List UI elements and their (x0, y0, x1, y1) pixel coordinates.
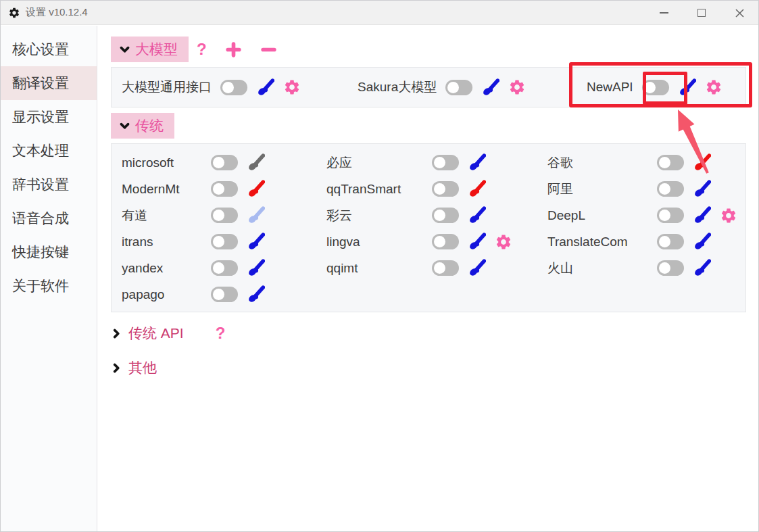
paintbrush-icon[interactable] (481, 78, 499, 97)
section-header-llm[interactable]: 大模型 (111, 37, 189, 62)
settings-window: 设置 v10.12.4 核心设置翻译设置显示设置文本处理辞书设置语音合成快捷按键… (0, 0, 759, 532)
minimize-button[interactable] (645, 1, 683, 25)
paintbrush-icon[interactable] (247, 153, 265, 172)
section-header-traditional-api[interactable]: 传统 API ? (111, 321, 225, 345)
paintbrush-icon[interactable] (468, 206, 486, 224)
chevron-right-icon (111, 362, 122, 374)
toggle-switch[interactable] (211, 181, 238, 197)
sidebar-item[interactable]: 文本处理 (1, 134, 97, 168)
llm-services-box: 大模型通用接口 Sakura大模型 NewAPI (111, 67, 746, 107)
sidebar-item[interactable]: 快捷按键 (1, 235, 97, 269)
toggle-knob (213, 157, 224, 168)
service-row: 彩云 (326, 202, 512, 228)
toggle-switch[interactable] (211, 234, 238, 249)
paintbrush-icon[interactable] (247, 233, 265, 251)
service-label: 大模型通用接口 (122, 78, 212, 96)
service-label: lingva (326, 235, 423, 249)
sidebar-item[interactable]: 翻译设置 (1, 66, 97, 100)
service-label: papago (122, 287, 202, 302)
toggle-switch[interactable] (432, 208, 459, 223)
toggle-switch[interactable] (432, 260, 459, 276)
toggle-switch[interactable] (657, 155, 684, 170)
toggle-knob (434, 157, 445, 168)
paintbrush-icon[interactable] (468, 180, 486, 198)
traditional-services-box: microsoft ModernMt 有道 (111, 143, 746, 312)
paintbrush-icon[interactable] (468, 233, 486, 251)
gear-icon[interactable] (283, 78, 301, 96)
toggle-switch[interactable] (657, 181, 684, 197)
toggle-knob (434, 262, 445, 274)
service-label: yandex (122, 261, 202, 276)
toggle-knob (659, 210, 670, 221)
service-label: itrans (122, 235, 202, 249)
service-row: 必应 (326, 149, 512, 176)
paintbrush-icon[interactable] (256, 78, 274, 97)
paintbrush-icon[interactable] (247, 259, 265, 277)
plus-icon[interactable] (225, 41, 242, 58)
paintbrush-icon[interactable] (468, 153, 486, 172)
service-label: NewAPI (587, 80, 633, 95)
toggle-switch[interactable] (211, 260, 238, 276)
paintbrush-icon[interactable] (693, 180, 711, 198)
paintbrush-icon[interactable] (678, 78, 696, 97)
help-icon[interactable]: ? (197, 40, 207, 59)
toggle-knob (222, 82, 234, 93)
app-gear-icon (8, 7, 20, 19)
traditional-column: microsoft ModernMt 有道 (122, 149, 265, 308)
service-row: lingva (326, 228, 512, 255)
paintbrush-icon[interactable] (247, 206, 265, 224)
sidebar-item[interactable]: 辞书设置 (1, 168, 97, 201)
sidebar-item[interactable]: 关于软件 (1, 269, 97, 303)
toggle-switch[interactable] (211, 155, 238, 170)
paintbrush-icon[interactable] (693, 233, 711, 251)
service-label: Sakura大模型 (358, 78, 437, 96)
toggle-switch[interactable] (445, 80, 472, 95)
toggle-knob (213, 262, 224, 274)
paintbrush-icon[interactable] (468, 259, 486, 277)
paintbrush-icon[interactable] (247, 180, 265, 198)
service-row: NewAPI (587, 68, 723, 107)
toggle-switch[interactable] (657, 260, 684, 276)
toggle-knob (213, 183, 224, 195)
sidebar-item[interactable]: 显示设置 (1, 100, 97, 134)
toggle-switch[interactable] (657, 208, 684, 223)
titlebar: 设置 v10.12.4 (1, 1, 758, 25)
paintbrush-icon[interactable] (693, 153, 711, 172)
service-label: TranslateCom (547, 235, 648, 249)
toggle-switch[interactable] (642, 80, 669, 95)
sidebar-item[interactable]: 语音合成 (1, 201, 97, 235)
toggle-knob (434, 210, 445, 221)
toggle-knob (659, 157, 670, 168)
service-row: 谷歌 (547, 149, 737, 176)
close-button[interactable] (720, 1, 758, 25)
service-label: 必应 (326, 154, 423, 172)
gear-icon[interactable] (508, 78, 526, 96)
maximize-button[interactable] (683, 1, 720, 25)
service-row: Sakura大模型 (358, 68, 526, 107)
minus-icon[interactable] (260, 41, 277, 58)
gear-icon[interactable] (495, 233, 512, 251)
section-header-traditional[interactable]: 传统 (111, 113, 174, 139)
help-icon[interactable]: ? (216, 324, 226, 343)
toggle-switch[interactable] (432, 155, 459, 170)
toggle-switch[interactable] (657, 234, 684, 249)
service-label: qqTranSmart (326, 182, 423, 197)
toggle-knob (434, 236, 445, 247)
toggle-switch[interactable] (432, 181, 459, 197)
traditional-column: 谷歌 阿里 DeepL (547, 149, 737, 281)
gear-icon[interactable] (720, 207, 737, 224)
gear-icon[interactable] (705, 78, 723, 96)
paintbrush-icon[interactable] (693, 206, 711, 224)
service-label: 火山 (547, 260, 648, 277)
service-label: 彩云 (326, 207, 423, 224)
paintbrush-icon[interactable] (693, 259, 711, 277)
toggle-switch[interactable] (211, 208, 238, 223)
sidebar-item[interactable]: 核心设置 (1, 32, 97, 66)
toggle-switch[interactable] (432, 234, 459, 249)
toggle-switch[interactable] (211, 287, 238, 302)
service-row: microsoft (122, 149, 265, 176)
section-header-other[interactable]: 其他 (111, 356, 157, 380)
toggle-knob (659, 262, 670, 274)
paintbrush-icon[interactable] (247, 285, 265, 304)
toggle-switch[interactable] (220, 80, 247, 95)
